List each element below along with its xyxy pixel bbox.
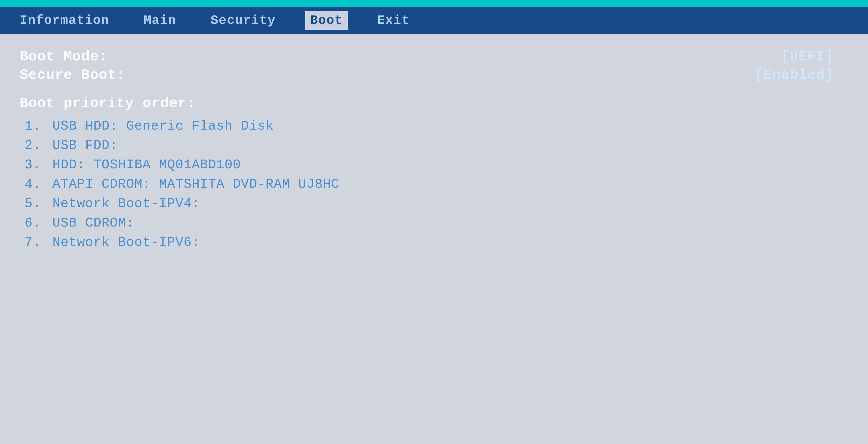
boot-item-1[interactable]: 1. USB HDD: Generic Flash Disk (20, 119, 848, 134)
boot-item-5-text: Network Boot-IPV4: (52, 196, 200, 211)
boot-item-3-text: HDD: TOSHIBA MQ01ABD100 (52, 157, 241, 172)
boot-item-7-number: 7. (25, 235, 44, 250)
boot-item-4[interactable]: 4. ATAPI CDROM: MATSHITA DVD-RAM UJ8HC (20, 177, 848, 192)
boot-item-2[interactable]: 2. USB FDD: (20, 138, 848, 153)
menu-bar: Information Main Security Boot Exit (0, 7, 868, 34)
menu-item-main[interactable]: Main (138, 11, 181, 30)
menu-item-information[interactable]: Information (15, 11, 114, 30)
secure-boot-label: Secure Boot: (20, 67, 125, 83)
boot-item-6[interactable]: 6. USB CDROM: (20, 215, 848, 231)
boot-item-7-text: Network Boot-IPV6: (52, 235, 200, 250)
boot-item-5[interactable]: 5. Network Boot-IPV4: (20, 196, 848, 211)
boot-priority-title: Boot priority order: (20, 95, 848, 111)
boot-item-1-number: 1. (25, 119, 44, 134)
boot-item-3-number: 3. (25, 157, 44, 172)
boot-item-1-text: USB HDD: Generic Flash Disk (52, 119, 274, 134)
boot-item-6-text: USB CDROM: (52, 215, 134, 231)
top-bar (0, 0, 868, 7)
boot-item-4-number: 4. (25, 177, 44, 192)
boot-mode-label: Boot Mode: (20, 49, 107, 64)
boot-item-2-text: USB FDD: (52, 138, 118, 153)
boot-item-6-number: 6. (25, 215, 44, 231)
boot-mode-value[interactable]: [UEFI] (781, 49, 848, 64)
menu-item-exit[interactable]: Exit (372, 11, 415, 30)
boot-items-list: 1. USB HDD: Generic Flash Disk 2. USB FD… (20, 119, 848, 250)
boot-item-3[interactable]: 3. HDD: TOSHIBA MQ01ABD100 (20, 157, 848, 172)
menu-item-security[interactable]: Security (206, 11, 281, 30)
boot-item-2-number: 2. (25, 138, 44, 153)
boot-mode-row: Boot Mode: [UEFI] (20, 49, 848, 64)
secure-boot-value[interactable]: [Enabled] (755, 67, 848, 83)
content-area: Boot Mode: [UEFI] Secure Boot: [Enabled]… (0, 34, 868, 444)
boot-item-4-text: ATAPI CDROM: MATSHITA DVD-RAM UJ8HC (52, 177, 339, 192)
menu-item-boot[interactable]: Boot (305, 11, 348, 30)
boot-item-5-number: 5. (25, 196, 44, 211)
secure-boot-row: Secure Boot: [Enabled] (20, 67, 848, 83)
boot-item-7[interactable]: 7. Network Boot-IPV6: (20, 235, 848, 250)
